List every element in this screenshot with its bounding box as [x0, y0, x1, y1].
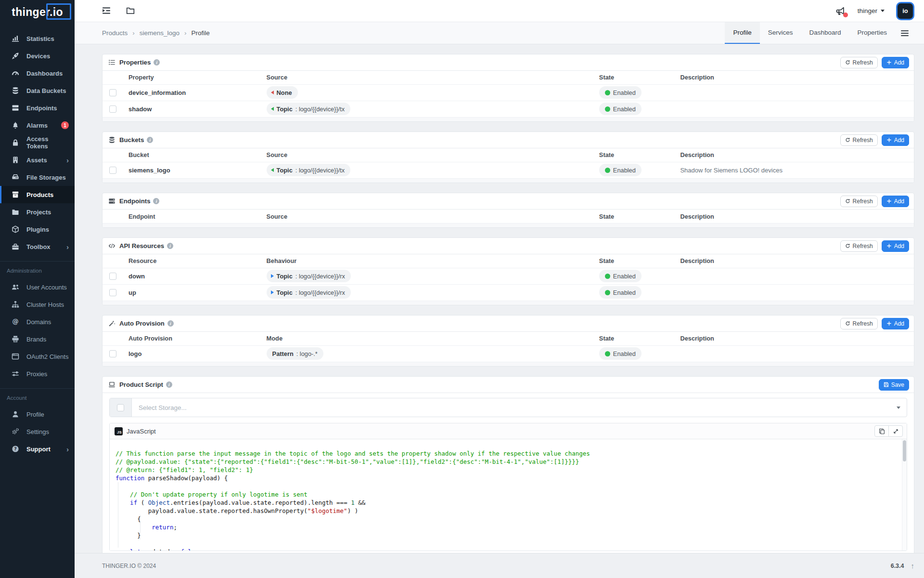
refresh-button[interactable]: Refresh	[840, 240, 878, 252]
row-checkbox[interactable]	[109, 350, 116, 357]
source-badge: Topic: logo/{{device}}/tx	[267, 103, 351, 115]
expand-button[interactable]	[888, 425, 903, 437]
code-area[interactable]: // This function parse the input message…	[110, 439, 907, 551]
brand-logo[interactable]: thinger.io	[0, 0, 75, 24]
save-button[interactable]: Save	[879, 379, 909, 391]
info-icon[interactable]: i	[147, 137, 153, 143]
back-to-top-icon[interactable]: ↑	[911, 562, 915, 570]
checkbox-cell	[103, 284, 125, 301]
sidebar-item-file-storages[interactable]: File Storages	[0, 169, 75, 186]
sidebar-item-user-accounts[interactable]: User Accounts	[0, 278, 75, 296]
sidebar-item-assets[interactable]: Assets›	[0, 151, 75, 169]
breadcrumb-item-profile: Profile	[192, 29, 210, 37]
bell-icon	[12, 121, 20, 130]
row-checkbox[interactable]	[109, 167, 116, 174]
row-source: Topic: logo/{{device}}/tx	[263, 101, 595, 117]
sidebar-item-products[interactable]: Products	[0, 186, 75, 203]
column-header-description: Description	[676, 148, 914, 162]
tab-menu-icon[interactable]	[895, 22, 914, 44]
gauge-icon	[12, 69, 20, 78]
tab-profile[interactable]: Profile	[725, 22, 759, 44]
editor-header: JS JavaScript	[110, 423, 907, 439]
avatar[interactable]: io	[896, 2, 914, 20]
code-content: // This function parse the input message…	[110, 439, 907, 551]
info-icon[interactable]: i	[153, 198, 159, 204]
row-state: Enabled	[595, 101, 677, 117]
sidebar-item-statistics[interactable]: Statistics	[0, 30, 75, 47]
tab-properties[interactable]: Properties	[849, 22, 895, 44]
sidebar-item-data-buckets[interactable]: Data Buckets	[0, 82, 75, 99]
sidebar-item-endpoints[interactable]: Endpoints	[0, 99, 75, 117]
status-dot-icon	[605, 274, 610, 279]
caret-left-icon	[271, 168, 274, 172]
storage-select[interactable]: Select Storage...	[109, 398, 907, 417]
row-checkbox[interactable]	[109, 105, 116, 113]
add-button[interactable]: Add	[882, 318, 909, 329]
source-badge: Topic: logo/{{device}}/rx	[267, 286, 351, 299]
row-checkbox[interactable]	[109, 289, 116, 296]
breadcrumb-item-products[interactable]: Products	[102, 29, 128, 37]
refresh-button[interactable]: Refresh	[840, 57, 878, 68]
navbar-right: thinger io	[835, 2, 914, 20]
storage-checkbox[interactable]	[117, 404, 124, 411]
code-scrollbar[interactable]	[902, 439, 907, 551]
sidebar-item-alarms[interactable]: Alarms1	[0, 117, 75, 134]
row-checkbox[interactable]	[109, 89, 116, 96]
sidebar-item-label: Support	[26, 446, 51, 453]
sidebar-item-dashboards[interactable]: Dashboards	[0, 65, 75, 82]
add-button[interactable]: Add	[882, 134, 909, 146]
buckets-table: BucketSourceStateDescriptionsiemens_logo…	[103, 148, 914, 178]
sidebar-toggle-icon[interactable]	[102, 6, 112, 16]
copy-button[interactable]	[874, 425, 889, 437]
sidebar-item-proxies[interactable]: Proxies	[0, 365, 75, 382]
column-header-auto-provision: Auto Provision	[125, 332, 263, 345]
sidebar-item-cluster-hosts[interactable]: Cluster Hosts	[0, 296, 75, 313]
column-header-description: Description	[676, 332, 914, 345]
sidebar-item-domains[interactable]: @Domains	[0, 313, 75, 330]
chevron-right-icon: ›	[66, 157, 69, 164]
sidebar-item-oauth2-clients[interactable]: OAuth2 Clients	[0, 348, 75, 365]
indent-guide	[140, 515, 141, 539]
sidebar-item-access-tokens[interactable]: Access Tokens	[0, 134, 75, 151]
sidebar-item-plugins[interactable]: Plugins	[0, 221, 75, 238]
info-icon[interactable]: i	[167, 320, 174, 327]
footer: THINGER.IO © 2024 6.3.4 ↑	[75, 553, 924, 578]
add-button[interactable]: Add	[882, 57, 909, 68]
info-icon[interactable]: i	[166, 381, 172, 388]
sidebar-item-support[interactable]: ?Support›	[0, 440, 75, 458]
sidebar-item-devices[interactable]: Devices	[0, 47, 75, 65]
panel-footpad	[103, 223, 914, 227]
row-description	[676, 84, 914, 101]
chevron-right-icon: ›	[66, 243, 69, 250]
checkbox-column-header	[103, 71, 125, 84]
copyright: THINGER.IO © 2024	[102, 563, 156, 569]
refresh-icon	[845, 137, 850, 143]
row-name: down	[125, 268, 263, 284]
expand-icon	[893, 428, 899, 434]
refresh-button[interactable]: Refresh	[840, 318, 878, 329]
sidebar-item-brands[interactable]: Brands	[0, 330, 75, 348]
announcements-icon[interactable]	[835, 6, 846, 16]
folder-icon	[12, 208, 20, 216]
sidebar-item-profile[interactable]: Profile	[0, 406, 75, 423]
add-button[interactable]: Add	[882, 196, 909, 207]
row-description	[676, 268, 914, 284]
breadcrumb-item-siemens-logo[interactable]: siemens_logo	[140, 29, 180, 37]
panel-properties: Properties i Refresh Add PropertySourceS…	[102, 54, 914, 122]
sidebar-item-settings[interactable]: Settings	[0, 423, 75, 440]
scrollbar-thumb[interactable]	[903, 440, 906, 461]
checkbox-column-header	[103, 332, 125, 345]
info-icon[interactable]: i	[167, 243, 173, 249]
user-menu[interactable]: thinger	[858, 7, 885, 14]
refresh-button[interactable]: Refresh	[840, 196, 878, 207]
info-icon[interactable]: i	[154, 59, 160, 66]
tab-dashboard[interactable]: Dashboard	[801, 22, 849, 44]
sidebar-item-toolbox[interactable]: Toolbox›	[0, 238, 75, 255]
add-button[interactable]: Add	[882, 240, 909, 252]
tab-services[interactable]: Services	[760, 22, 801, 44]
refresh-button[interactable]: Refresh	[840, 134, 878, 146]
rocket-icon	[12, 52, 20, 60]
folder-icon[interactable]	[126, 6, 136, 16]
row-checkbox[interactable]	[109, 273, 116, 280]
sidebar-item-projects[interactable]: Projects	[0, 203, 75, 221]
